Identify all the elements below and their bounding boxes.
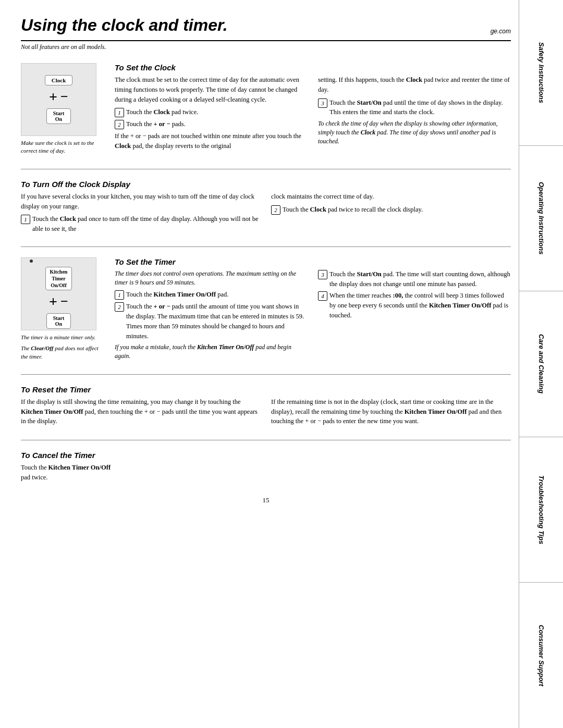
step-num-1c: 1 bbox=[115, 290, 124, 300]
step-num-2: 2 bbox=[115, 120, 124, 129]
set-timer-right-col: 3 Touch the Start/On pad. The time will … bbox=[318, 269, 511, 364]
set-timer-two-col: The timer does not control oven operatio… bbox=[115, 269, 511, 364]
divider-1 bbox=[21, 169, 511, 169]
clock-image-caption: Make sure the clock is set to the correc… bbox=[21, 139, 104, 155]
set-clock-body2: If the + or − pads are not touched withi… bbox=[115, 131, 308, 151]
page-number: 15 bbox=[21, 496, 511, 510]
cancel-timer-section: To Cancel the Timer Touch the Kitchen Ti… bbox=[21, 446, 511, 491]
kitchen-timer-button: KitchenTimerOn/Off bbox=[45, 267, 72, 290]
sidebar-operating-label: Operating Instructions bbox=[537, 182, 545, 254]
set-clock-heading: To Set the Clock bbox=[115, 63, 511, 72]
timer-image-caption1: The timer is a minute timer only. bbox=[21, 334, 104, 341]
set-clock-two-col: The clock must be set to the correct tim… bbox=[115, 75, 511, 154]
set-clock-body1: The clock must be set to the correct tim… bbox=[115, 75, 308, 104]
set-timer-section: KitchenTimerOn/Off + − StartOn The timer… bbox=[21, 252, 511, 369]
page-subtitle: Not all features are on all models. bbox=[21, 42, 511, 52]
ge-com: ge.com bbox=[491, 28, 511, 35]
clock-plus-icon: + bbox=[49, 90, 57, 104]
cancel-timer-heading: To Cancel the Timer bbox=[21, 451, 511, 460]
set-clock-content: To Set the Clock The clock must be set t… bbox=[115, 63, 511, 158]
timer-image-col: KitchenTimerOn/Off + − StartOn The timer… bbox=[21, 257, 104, 364]
reset-timer-heading: To Reset the Timer bbox=[21, 385, 511, 394]
divider-2 bbox=[21, 246, 511, 247]
set-clock-right-col: setting. If this happens, touch the Cloc… bbox=[318, 75, 511, 154]
cancel-timer-body1: Touch the Kitchen Timer On/Offpad twice. bbox=[21, 463, 511, 483]
timer-image-caption2: The Clear/Off pad does not affect the ti… bbox=[21, 344, 104, 361]
clock-device-image: Clock + − StartOn bbox=[21, 63, 96, 136]
clock-button: Clock bbox=[45, 75, 73, 85]
turn-off-step1-text: Touch the Clock pad once to turn off the… bbox=[32, 214, 261, 234]
turn-off-step2-text: Touch the Clock pad twice to recall the … bbox=[283, 205, 511, 215]
step-num-2b: 2 bbox=[271, 205, 280, 215]
timer-minus-icon: − bbox=[60, 295, 68, 309]
main-content: Using the clock and timer. ge.com Not al… bbox=[21, 0, 511, 510]
clock-minus-icon: − bbox=[60, 90, 68, 104]
turn-off-body1: If you have several clocks in your kitch… bbox=[21, 192, 261, 212]
timer-device-image: KitchenTimerOn/Off + − StartOn bbox=[21, 257, 96, 330]
sidebar-item-safety[interactable]: Safety Instructions bbox=[519, 0, 563, 146]
sidebar-safety-label: Safety Instructions bbox=[537, 42, 545, 103]
set-clock-step3: 3 Touch the Start/On pad until the time … bbox=[318, 98, 511, 118]
divider-3 bbox=[21, 374, 511, 375]
turn-off-clock-heading: To Turn Off the Clock Display bbox=[21, 180, 511, 189]
sidebar-troubleshooting-label: Troubleshooting Tips bbox=[537, 475, 545, 544]
reset-timer-right-col: If the remaining time is not in the disp… bbox=[271, 397, 511, 429]
timer-plus-icon: + bbox=[49, 294, 57, 309]
set-clock-step1: 1 Touch the Clock pad twice. bbox=[115, 107, 308, 117]
step-num-3c: 3 bbox=[318, 270, 327, 279]
timer-plus-minus: + − bbox=[49, 294, 68, 309]
set-timer-step1: 1 Touch the Kitchen Timer On/Off pad. bbox=[115, 290, 308, 300]
set-timer-step2-text: Touch the + or − pads until the amount o… bbox=[126, 302, 308, 341]
turn-off-clock-section: To Turn Off the Clock Display If you hav… bbox=[21, 175, 511, 241]
reset-timer-left-col: If the display is still showing the time… bbox=[21, 397, 261, 429]
step-num-1b: 1 bbox=[21, 215, 30, 224]
sidebar-item-operating[interactable]: Operating Instructions bbox=[519, 146, 563, 292]
step2-text: Touch the + or − pads. bbox=[126, 119, 308, 129]
page-title: Using the clock and timer. bbox=[21, 16, 228, 35]
set-clock-step2: 2 Touch the + or − pads. bbox=[115, 119, 308, 129]
reset-timer-section: To Reset the Timer If the display is sti… bbox=[21, 380, 511, 435]
step1-text: Touch the Clock pad twice. bbox=[126, 107, 308, 117]
timer-start-button: StartOn bbox=[46, 313, 71, 329]
set-timer-heading: To Set the Timer bbox=[115, 257, 511, 266]
step-num-2c: 2 bbox=[115, 302, 124, 312]
sidebar-item-care[interactable]: Care and Cleaning bbox=[519, 291, 563, 437]
set-timer-step4: 4 When the timer reaches :00, the contro… bbox=[318, 291, 511, 320]
timer-dot-icon bbox=[30, 260, 33, 263]
set-clock-right-body1: setting. If this happens, touch the Cloc… bbox=[318, 75, 511, 95]
clock-start-button: StartOn bbox=[46, 108, 71, 124]
set-timer-step1-text: Touch the Kitchen Timer On/Off pad. bbox=[126, 290, 308, 300]
set-timer-step3-text: Touch the Start/On pad. The time will st… bbox=[329, 269, 511, 289]
set-clock-italic-note: To check the time of day when the displa… bbox=[318, 119, 511, 145]
turn-off-two-col: If you have several clocks in your kitch… bbox=[21, 192, 511, 236]
set-timer-step2: 2 Touch the + or − pads until the amount… bbox=[115, 302, 308, 341]
turn-off-step1: 1 Touch the Clock pad once to turn off t… bbox=[21, 214, 261, 234]
turn-off-right-body1: clock maintains the correct time of day. bbox=[271, 192, 511, 202]
reset-timer-two-col: If the display is still showing the time… bbox=[21, 397, 511, 429]
set-timer-content: To Set the Timer The timer does not cont… bbox=[115, 257, 511, 364]
set-timer-step3: 3 Touch the Start/On pad. The time will … bbox=[318, 269, 511, 289]
set-timer-italic-note2: If you make a mistake, touch the Kitchen… bbox=[115, 343, 308, 361]
step-num-1: 1 bbox=[115, 108, 124, 117]
sidebar: Safety Instructions Operating Instructio… bbox=[519, 0, 563, 728]
turn-off-left-col: If you have several clocks in your kitch… bbox=[21, 192, 261, 236]
clock-image-col: Clock + − StartOn Make sure the clock is… bbox=[21, 63, 104, 158]
turn-off-right-col: clock maintains the correct time of day.… bbox=[271, 192, 511, 236]
sidebar-care-label: Care and Cleaning bbox=[537, 334, 545, 393]
step-num-4c: 4 bbox=[318, 291, 327, 301]
set-clock-left-col: The clock must be set to the correct tim… bbox=[115, 75, 308, 154]
clock-plus-minus: + − bbox=[49, 90, 68, 104]
reset-timer-body2: If the remaining time is not in the disp… bbox=[271, 397, 511, 426]
divider-4 bbox=[21, 440, 511, 440]
set-timer-italic-note1: The timer does not control oven operatio… bbox=[115, 269, 308, 287]
reset-timer-body1: If the display is still showing the time… bbox=[21, 397, 261, 426]
step3-text: Touch the Start/On pad until the time of… bbox=[329, 98, 511, 118]
set-clock-section: Clock + − StartOn Make sure the clock is… bbox=[21, 58, 511, 164]
set-timer-left-col: The timer does not control oven operatio… bbox=[115, 269, 308, 364]
sidebar-consumer-label: Consumer Support bbox=[537, 625, 545, 686]
step-num-3: 3 bbox=[318, 98, 327, 108]
sidebar-item-consumer[interactable]: Consumer Support bbox=[519, 583, 563, 728]
turn-off-step2: 2 Touch the Clock pad twice to recall th… bbox=[271, 205, 511, 215]
set-timer-step4-text: When the timer reaches :00, the control … bbox=[329, 291, 511, 320]
sidebar-item-troubleshooting[interactable]: Troubleshooting Tips bbox=[519, 437, 563, 583]
